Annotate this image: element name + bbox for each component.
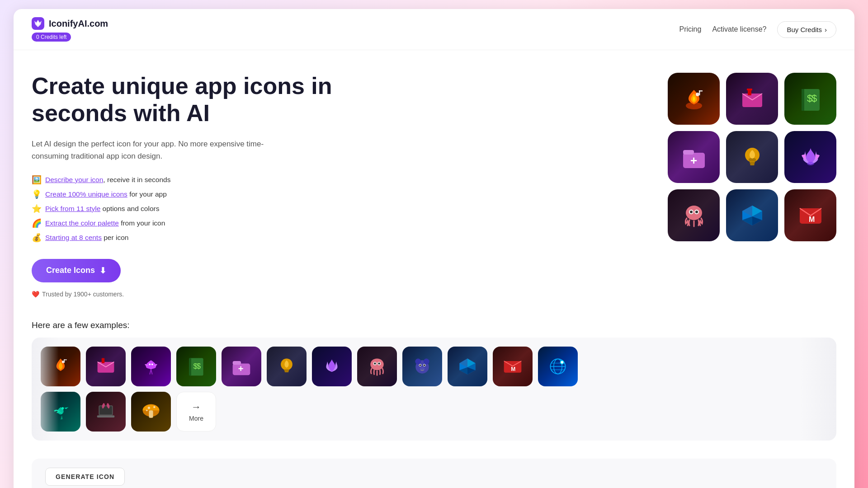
gallery-mushroom bbox=[131, 392, 171, 432]
activate-license-link[interactable]: Activate license? bbox=[712, 25, 766, 33]
svg-rect-10 bbox=[802, 89, 804, 111]
bulb-icon: 💡 bbox=[32, 189, 42, 199]
svg-point-63 bbox=[424, 364, 425, 366]
gallery-bear bbox=[402, 347, 442, 386]
svg-text:M: M bbox=[809, 216, 815, 223]
svg-point-52 bbox=[370, 358, 383, 370]
features-list: 🖼️ Describe your icon, receive it in sec… bbox=[32, 175, 339, 243]
svg-point-23 bbox=[690, 211, 693, 213]
hero-subtitle: Let AI design the perfect icon for your … bbox=[32, 138, 267, 162]
svg-point-1 bbox=[37, 22, 39, 25]
svg-point-88 bbox=[148, 407, 151, 409]
svg-point-41 bbox=[151, 364, 153, 366]
gallery-book: $ $ bbox=[176, 347, 216, 386]
svg-point-40 bbox=[149, 364, 151, 366]
hero-icon-bulb bbox=[726, 131, 778, 183]
svg-point-56 bbox=[378, 362, 380, 365]
hero-icon-book: $ $ bbox=[784, 73, 836, 125]
more-label: More bbox=[189, 415, 203, 422]
gallery-hummingbird bbox=[41, 392, 80, 432]
generate-box: GENERATE ICON bbox=[32, 459, 836, 488]
gallery-azure bbox=[448, 347, 487, 386]
generate-section: GENERATE ICON bbox=[14, 454, 854, 488]
extract-palette-link[interactable]: Extract the color palette bbox=[45, 219, 119, 227]
pricing-link-2[interactable]: Starting at 8 cents bbox=[45, 234, 102, 241]
generate-icon-button[interactable]: GENERATE ICON bbox=[45, 468, 125, 486]
hero-icon-grid: $ $ + bbox=[668, 73, 836, 241]
trusted-text: ❤️ Trusted by 1900+ customers. bbox=[32, 291, 339, 298]
arrow-right-icon: › bbox=[825, 26, 827, 33]
feature-item-2: 💡 Create 100% unique icons for your app bbox=[32, 189, 339, 199]
svg-point-19 bbox=[807, 162, 814, 165]
examples-gallery: $ $ + bbox=[32, 338, 836, 441]
svg-point-55 bbox=[374, 362, 376, 365]
gallery-octopus bbox=[357, 347, 397, 386]
svg-point-82 bbox=[61, 407, 64, 410]
svg-rect-18 bbox=[750, 164, 755, 165]
arrow-right-icon: → bbox=[191, 401, 201, 413]
examples-title: Here are a few examples: bbox=[32, 320, 836, 330]
buy-credits-button[interactable]: Buy Credits › bbox=[777, 21, 836, 38]
header: IconifyAI.com 0 Credits left Pricing Act… bbox=[14, 9, 854, 50]
svg-text:+: + bbox=[238, 364, 244, 374]
svg-text:+: + bbox=[690, 154, 697, 167]
hero-left: Create unique app icons in seconds with … bbox=[32, 73, 339, 298]
nav-right: Pricing Activate license? Buy Credits › bbox=[679, 21, 837, 38]
gallery-lotus bbox=[312, 347, 352, 386]
gallery-folder: + bbox=[222, 347, 261, 386]
svg-point-90 bbox=[146, 409, 148, 411]
logo-text: IconifyAI.com bbox=[49, 19, 108, 29]
feature-item-5: 💰 Starting at 8 cents per icon bbox=[32, 233, 339, 243]
logo-area: IconifyAI.com 0 Credits left bbox=[32, 17, 108, 42]
examples-section: Here are a few examples: bbox=[14, 311, 854, 454]
svg-rect-37 bbox=[64, 359, 66, 360]
unique-icons-link[interactable]: Create 100% unique icons bbox=[45, 190, 127, 198]
feature-item-1: 🖼️ Describe your icon, receive it in sec… bbox=[32, 175, 339, 185]
paint-icon: 🖼️ bbox=[32, 175, 42, 185]
feature-item-4: 🌈 Extract the color palette from your ic… bbox=[32, 218, 339, 228]
pricing-link[interactable]: Pricing bbox=[679, 25, 702, 33]
hero-icon-fire-music bbox=[668, 73, 720, 125]
hero-icon-azure bbox=[726, 189, 778, 241]
gallery-envelope: M bbox=[493, 347, 533, 386]
more-button[interactable]: → More bbox=[176, 392, 216, 432]
svg-point-20 bbox=[686, 206, 702, 220]
svg-text:M: M bbox=[511, 366, 515, 372]
gallery-fire bbox=[41, 347, 80, 386]
gallery-mail bbox=[86, 347, 126, 386]
hero-title: Create unique app icons in seconds with … bbox=[32, 73, 339, 127]
svg-point-64 bbox=[420, 367, 425, 370]
hero-icon-folder: + bbox=[668, 131, 720, 183]
svg-rect-50 bbox=[284, 369, 289, 371]
svg-rect-87 bbox=[149, 410, 153, 418]
svg-rect-8 bbox=[747, 89, 752, 90]
svg-point-89 bbox=[153, 406, 156, 408]
star-icon: ⭐ bbox=[32, 204, 42, 214]
svg-rect-43 bbox=[189, 358, 191, 376]
svg-point-3 bbox=[696, 93, 699, 96]
pick-style-link[interactable]: Pick from 11 style bbox=[45, 205, 100, 212]
download-icon: ⬇ bbox=[99, 266, 106, 276]
describe-icon-link[interactable]: Describe your icon bbox=[45, 176, 103, 183]
svg-rect-51 bbox=[284, 371, 288, 372]
gallery-globe bbox=[538, 347, 578, 386]
hero-icon-octopus bbox=[668, 189, 720, 241]
svg-point-81 bbox=[561, 361, 563, 364]
feature-item-3: ⭐ Pick from 11 style options and colors bbox=[32, 204, 339, 214]
gallery-row-1: $ $ + bbox=[41, 347, 827, 386]
svg-point-24 bbox=[695, 211, 698, 213]
coin-icon: 💰 bbox=[32, 233, 42, 243]
rainbow-icon: 🌈 bbox=[32, 218, 42, 228]
gallery-laptop bbox=[86, 392, 126, 432]
hero-icon-lotus bbox=[784, 131, 836, 183]
gallery-bulb bbox=[267, 347, 307, 386]
hero-icon-mail bbox=[726, 73, 778, 125]
svg-rect-17 bbox=[750, 162, 755, 164]
heart-icon: ❤️ bbox=[32, 291, 39, 298]
svg-point-59 bbox=[424, 358, 429, 364]
create-icons-button[interactable]: Create Icons ⬇ bbox=[32, 259, 121, 282]
svg-point-62 bbox=[420, 364, 421, 366]
svg-text:$: $ bbox=[811, 93, 817, 104]
svg-point-58 bbox=[415, 358, 421, 364]
svg-rect-85 bbox=[97, 415, 115, 418]
